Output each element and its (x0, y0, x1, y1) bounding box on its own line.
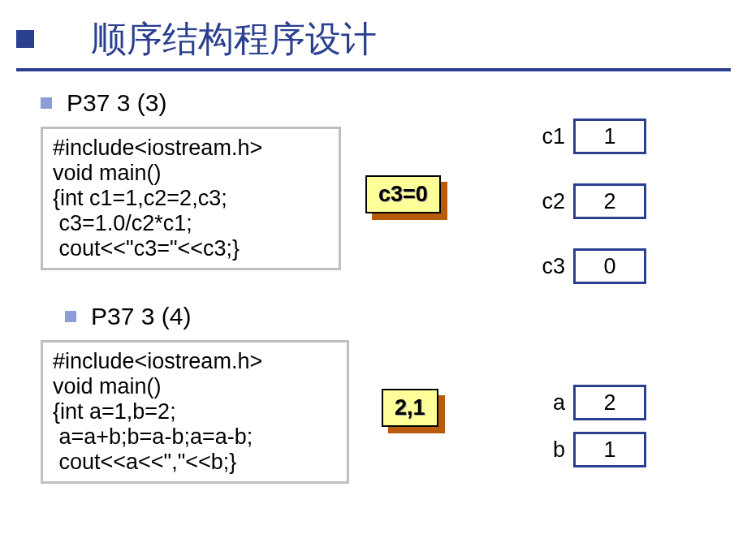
bullet-text-2: P37 3 (4) (91, 303, 191, 330)
var-label-a: a (536, 390, 565, 416)
result-text-1: c3=0 (365, 175, 441, 213)
var-row-c1: c1 1 (536, 118, 646, 154)
title-square-icon (16, 30, 34, 48)
result-badge-1: c3=0 (365, 175, 441, 213)
var-label-c3: c3 (536, 254, 565, 279)
title-underline (16, 68, 731, 71)
bullet-square-icon (65, 311, 76, 322)
slide-title: 顺序结构程序设计 (91, 15, 377, 63)
bullet-square-icon (41, 97, 52, 109)
code-box-2: #include<iostream.h> void main() {int a=… (41, 340, 349, 484)
result-badge-2: 2,1 (382, 389, 438, 427)
var-label-c2: c2 (536, 189, 565, 214)
var-row-b: b 1 (536, 432, 646, 467)
bullet-section1: P37 3 (3) (41, 89, 731, 117)
var-box-c3: 0 (573, 248, 646, 284)
var-label-b: b (536, 437, 565, 463)
var-box-c1: 1 (573, 118, 646, 154)
slide-title-bar: 顺序结构程序设计 (16, 6, 731, 71)
var-row-a: a 2 (536, 385, 646, 420)
var-label-c1: c1 (536, 124, 565, 149)
var-row-c2: c2 2 (536, 183, 646, 219)
var-row-c3: c3 0 (536, 248, 646, 284)
var-box-c2: 2 (573, 183, 646, 219)
code-box-1: #include<iostream.h> void main() {int c1… (41, 127, 341, 270)
result-text-2: 2,1 (382, 389, 438, 427)
slide-content: P37 3 (3) #include<iostream.h> void main… (41, 89, 731, 544)
var-box-b: 1 (573, 432, 646, 467)
bullet-text-1: P37 3 (3) (67, 89, 166, 117)
var-box-a: 2 (573, 385, 646, 420)
